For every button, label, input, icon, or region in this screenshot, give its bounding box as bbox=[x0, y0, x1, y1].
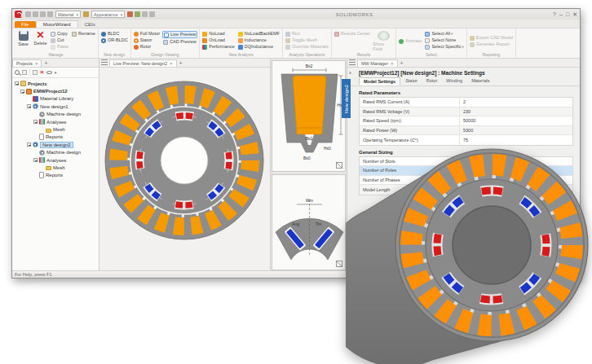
fit-view-icon[interactable] bbox=[336, 261, 342, 267]
inductance-button[interactable]: Inductance bbox=[237, 37, 281, 43]
expander-icon[interactable] bbox=[33, 120, 38, 124]
tree-item-new-design2[interactable]: New design2 bbox=[12, 141, 99, 148]
expander-icon[interactable] bbox=[27, 104, 31, 108]
duplicate-icon[interactable] bbox=[33, 70, 38, 75]
show-field-button[interactable]: Show Field bbox=[373, 29, 394, 51]
tab-motorwizard[interactable]: MotorWizard bbox=[36, 20, 78, 28]
material-combo[interactable]: Material▾ bbox=[55, 11, 81, 18]
tree-item-reports1[interactable]: Reports bbox=[12, 134, 99, 141]
tab-menu-icon[interactable] bbox=[349, 59, 356, 65]
close-button[interactable]: ✕ bbox=[572, 11, 577, 17]
subtab-materials[interactable]: Materials bbox=[467, 77, 493, 86]
close-icon[interactable]: × bbox=[35, 61, 38, 66]
select-none-icon bbox=[425, 38, 430, 43]
expander-icon[interactable] bbox=[33, 158, 38, 162]
texture-icon[interactable] bbox=[83, 11, 89, 17]
appearance-combo[interactable]: Appearance▾ bbox=[91, 11, 125, 18]
tree-item-machine-design2[interactable]: Machine design bbox=[12, 149, 99, 156]
tab-menu-icon[interactable] bbox=[101, 59, 108, 65]
rotor-button[interactable]: Rotor bbox=[133, 44, 161, 50]
preview-icon[interactable] bbox=[46, 71, 52, 74]
appearance-icon[interactable] bbox=[127, 11, 133, 17]
filter-dropdown-icon[interactable]: ▾ bbox=[55, 70, 57, 75]
noload-backemf-button[interactable]: NoLoadBackEMF bbox=[237, 31, 281, 37]
subtab-rotor[interactable]: Rotor bbox=[422, 77, 441, 86]
search-icon[interactable] bbox=[15, 70, 20, 75]
select-none-button[interactable]: Select None bbox=[424, 37, 464, 43]
minimize-button[interactable]: – bbox=[559, 11, 563, 17]
save-quick-icon[interactable] bbox=[25, 11, 31, 17]
cad-preview-button[interactable]: CAD Preview bbox=[162, 39, 197, 45]
live-preview-button[interactable]: Live Preview bbox=[162, 31, 197, 38]
delete-button[interactable]: ✕ Delete bbox=[33, 29, 48, 51]
add-tab-button[interactable]: + bbox=[400, 60, 404, 66]
save-button[interactable]: Save bbox=[15, 29, 31, 51]
tree-item-machine-design1[interactable]: Machine design bbox=[12, 111, 99, 118]
paste-button[interactable]: Paste bbox=[50, 44, 69, 50]
noload-button[interactable]: NoLoad bbox=[201, 31, 236, 37]
add-tab-button[interactable]: + bbox=[179, 60, 183, 66]
collapse-panel-icon[interactable]: › bbox=[349, 70, 351, 77]
override-materials-button[interactable]: Override Materials bbox=[285, 44, 329, 50]
tab-mw-manager[interactable]: MW Manager × bbox=[357, 59, 398, 67]
stator-button[interactable]: Stator bbox=[133, 37, 161, 43]
performance-button[interactable]: Performance bbox=[201, 44, 236, 50]
expand-all-icon[interactable] bbox=[22, 70, 27, 75]
tree-item-mesh1[interactable]: Mesh bbox=[12, 125, 99, 133]
expander-icon[interactable] bbox=[15, 81, 19, 86]
subtab-stator[interactable]: Stator bbox=[401, 77, 422, 86]
tree-item-material-library[interactable]: Material Library bbox=[12, 95, 99, 103]
tab-third[interactable]: CEIx bbox=[78, 21, 102, 28]
rotor-pole-view[interactable]: Wm Tm Ang bbox=[272, 174, 346, 270]
tree-item-analyses2[interactable]: Analyses bbox=[12, 156, 99, 164]
cut-button[interactable]: Cut bbox=[50, 37, 69, 43]
toggle-mesh-button[interactable]: Toggle Mesh bbox=[285, 37, 329, 43]
table-row[interactable]: Rated RMS Current (A)2 bbox=[360, 98, 572, 107]
select-all-button[interactable]: Select All▾ bbox=[424, 31, 464, 37]
bldc-button[interactable]: BLDC bbox=[100, 31, 129, 37]
run-button[interactable]: Run bbox=[285, 31, 329, 37]
close-icon[interactable]: × bbox=[391, 61, 394, 66]
tree-item-new-design1[interactable]: New design1 bbox=[12, 103, 99, 110]
tree-item-reports2[interactable]: Reports bbox=[12, 172, 99, 179]
tree-item-projects-root[interactable]: Projects bbox=[12, 80, 99, 87]
rename-button[interactable]: Rename bbox=[71, 31, 96, 37]
svg-text:Wm: Wm bbox=[306, 198, 313, 203]
delete-item-icon[interactable]: × bbox=[40, 70, 44, 75]
fit-view-icon[interactable] bbox=[336, 162, 342, 169]
copy-button[interactable]: Copy bbox=[50, 31, 69, 37]
expander-icon[interactable] bbox=[20, 90, 24, 94]
expander-icon[interactable] bbox=[27, 143, 31, 147]
window-title: SOLIDWORKS bbox=[156, 12, 553, 17]
generate-report-button[interactable]: Generate Report bbox=[469, 42, 515, 47]
cut-icon bbox=[51, 38, 55, 43]
help-button[interactable]: ? bbox=[553, 11, 556, 17]
tree-item-mesh2[interactable]: Mesh bbox=[12, 164, 99, 171]
undo-icon[interactable] bbox=[33, 11, 38, 17]
onload-button[interactable]: OnLoad bbox=[201, 37, 236, 43]
tab-live-preview[interactable]: Live Preview: New design2 × bbox=[109, 59, 177, 67]
tab-file[interactable]: File bbox=[15, 21, 36, 28]
maximize-button[interactable]: □ bbox=[566, 11, 569, 17]
results-center-button[interactable]: Results Center bbox=[334, 31, 371, 37]
tab-projects[interactable]: Projects × bbox=[12, 59, 42, 67]
add-tab-button[interactable]: + bbox=[44, 60, 47, 66]
tree-item-project[interactable]: EMWProject12 bbox=[12, 87, 99, 94]
close-icon[interactable]: × bbox=[170, 61, 173, 66]
scene-icon[interactable] bbox=[135, 11, 140, 17]
fx-icon[interactable] bbox=[142, 11, 148, 17]
or-bldc-button[interactable]: OR-BLDC bbox=[100, 37, 129, 43]
animate-button[interactable]: Animate bbox=[398, 38, 422, 44]
motor-cross-section-view[interactable] bbox=[99, 68, 270, 271]
tree-item-analyses1[interactable]: Analyses bbox=[12, 118, 99, 125]
full-motor-button[interactable]: Full Motor bbox=[133, 31, 161, 37]
select-specific-button[interactable]: Select Specific▾ bbox=[424, 44, 464, 50]
dq-inductance-button[interactable]: DQInductance bbox=[237, 44, 281, 50]
stator-slot-view[interactable]: Bs2 Hs2 Bs1 Hs0 Bs0 bbox=[272, 60, 346, 172]
redo-icon[interactable] bbox=[40, 11, 46, 17]
subtab-winding[interactable]: Winding bbox=[442, 77, 466, 86]
add-icon[interactable] bbox=[149, 11, 155, 17]
export-cad-model-button[interactable]: Export CAD Model bbox=[469, 35, 515, 41]
subtab-model-settings[interactable]: Model Settings bbox=[359, 77, 400, 86]
print-icon[interactable] bbox=[47, 11, 53, 17]
